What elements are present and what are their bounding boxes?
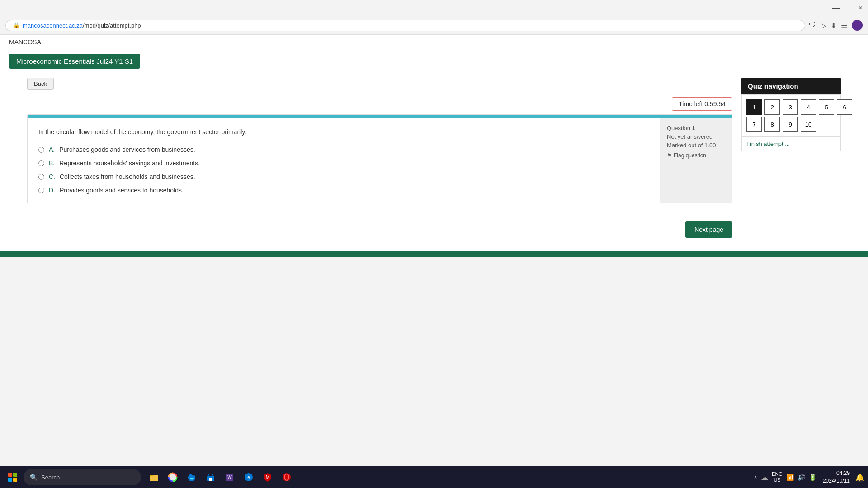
taskbar: 🔍 Search W e M bbox=[0, 466, 868, 488]
window-controls[interactable]: — □ × bbox=[832, 4, 863, 12]
taskbar-paint-icon[interactable] bbox=[164, 468, 182, 486]
windows-logo bbox=[8, 473, 17, 482]
taskbar-app1-icon[interactable]: W bbox=[221, 468, 239, 486]
radio-d[interactable] bbox=[38, 188, 44, 193]
back-button[interactable]: Back bbox=[27, 78, 54, 90]
next-page-button[interactable]: Next page bbox=[685, 221, 732, 238]
flag-icon: ⚑ bbox=[667, 152, 672, 159]
nav-num-7[interactable]: 7 bbox=[746, 117, 762, 132]
nav-num-6[interactable]: 6 bbox=[837, 99, 852, 115]
minimize-button[interactable]: — bbox=[832, 4, 840, 12]
timer-box: Time left 0:59:54 bbox=[672, 97, 732, 111]
maximize-button[interactable]: □ bbox=[847, 4, 851, 12]
taskbar-opera-icon[interactable] bbox=[278, 468, 296, 486]
course-badge[interactable]: Microeconomic Essentials Jul24 Y1 S1 bbox=[9, 54, 140, 69]
taskbar-clock[interactable]: 04:29 2024/10/11 bbox=[823, 469, 850, 485]
taskbar-store-icon[interactable] bbox=[202, 468, 220, 486]
close-button[interactable]: × bbox=[859, 4, 863, 12]
question-status: Not yet answered bbox=[667, 133, 725, 140]
option-c[interactable]: C. Collects taxes from households and bu… bbox=[38, 173, 649, 180]
notification-icon[interactable]: 🔔 bbox=[855, 473, 864, 482]
title-bar: — □ × bbox=[0, 0, 868, 16]
flag-question-link[interactable]: ⚑ Flag question bbox=[667, 152, 725, 159]
browser-icons: 🛡 ▷ ⬇ ☰ bbox=[809, 20, 863, 31]
nav-num-8[interactable]: 8 bbox=[764, 117, 780, 132]
shield-icon[interactable]: 🛡 bbox=[809, 21, 816, 29]
quiz-area: Back Time left 0:59:54 In the circular f… bbox=[27, 78, 732, 238]
start-button[interactable] bbox=[4, 468, 22, 486]
taskbar-security-icon[interactable]: M bbox=[259, 468, 277, 486]
taskbar-right: ∧ ☁ ENGUS 📶 🔊 🔋 04:29 2024/10/11 🔔 bbox=[754, 469, 864, 485]
site-name: MANCOSA bbox=[0, 35, 868, 49]
lang-badge: ENGUS bbox=[772, 471, 783, 483]
option-a[interactable]: A. Purchases goods and services from bus… bbox=[38, 146, 649, 153]
options-list: A. Purchases goods and services from bus… bbox=[38, 146, 649, 194]
radio-a[interactable] bbox=[38, 147, 44, 153]
nav-num-9[interactable]: 9 bbox=[783, 117, 798, 132]
option-b[interactable]: B. Represents households' savings and in… bbox=[38, 160, 649, 167]
question-info-panel: Question 1 Not yet answered Marked out o… bbox=[660, 118, 732, 203]
address-bar[interactable]: 🔒 mancosaconnect.ac.za/mod/quiz/attempt.… bbox=[5, 20, 805, 31]
expand-tray-icon[interactable]: ∧ bbox=[754, 474, 757, 480]
svg-rect-1 bbox=[150, 476, 158, 481]
quiz-navigation-grid: 1 2 3 4 5 6 7 8 9 10 bbox=[741, 94, 841, 137]
search-icon: 🔍 bbox=[30, 474, 38, 481]
question-marks: Marked out of 1.00 bbox=[667, 142, 725, 149]
nav-num-3[interactable]: 3 bbox=[783, 99, 798, 115]
question-top-bar bbox=[28, 115, 732, 118]
quiz-navigation-title: Quiz navigation bbox=[741, 78, 841, 94]
download-icon[interactable]: ⬇ bbox=[830, 21, 836, 30]
nav-num-4[interactable]: 4 bbox=[801, 99, 816, 115]
page-wrapper: MANCOSA Microeconomic Essentials Jul24 Y… bbox=[0, 35, 868, 257]
url-text: mancosaconnect.ac.za/mod/quiz/attempt.ph… bbox=[23, 22, 141, 29]
finish-attempt-link[interactable]: Finish attempt ... bbox=[741, 137, 841, 151]
course-header: Microeconomic Essentials Jul24 Y1 S1 bbox=[0, 49, 868, 73]
option-d[interactable]: D. Provides goods and services to househ… bbox=[38, 187, 649, 194]
quiz-content-row: In the circular flow model of the econom… bbox=[28, 118, 732, 203]
quiz-navigation-sidebar: Quiz navigation 1 2 3 4 5 6 7 8 9 10 Fin… bbox=[741, 78, 841, 238]
taskbar-icons: W e M bbox=[145, 468, 296, 486]
svg-rect-5 bbox=[209, 478, 212, 481]
nav-num-5[interactable]: 5 bbox=[819, 99, 834, 115]
battery-icon[interactable]: 🔋 bbox=[809, 474, 816, 481]
system-tray: ∧ ☁ ENGUS 📶 🔊 🔋 bbox=[754, 471, 816, 483]
nav-num-1[interactable]: 1 bbox=[746, 99, 762, 115]
question-body: In the circular flow model of the econom… bbox=[28, 118, 660, 203]
settings-icon[interactable]: ☰ bbox=[841, 21, 847, 30]
profile-icon[interactable] bbox=[852, 20, 863, 31]
taskbar-edge-icon[interactable] bbox=[183, 468, 201, 486]
forward-icon[interactable]: ▷ bbox=[821, 21, 826, 30]
volume-icon[interactable]: 🔊 bbox=[797, 474, 805, 481]
svg-text:W: W bbox=[227, 475, 232, 480]
bottom-green-bar bbox=[0, 251, 868, 257]
radio-b[interactable] bbox=[38, 160, 44, 166]
taskbar-search-box[interactable]: 🔍 Search bbox=[24, 469, 141, 485]
nav-num-2[interactable]: 2 bbox=[764, 99, 780, 115]
question-text: In the circular flow model of the econom… bbox=[38, 127, 649, 137]
question-box: In the circular flow model of the econom… bbox=[27, 114, 732, 203]
search-text: Search bbox=[41, 474, 60, 481]
svg-text:e: e bbox=[247, 475, 250, 480]
lock-icon: 🔒 bbox=[13, 22, 20, 28]
taskbar-file-explorer-icon[interactable] bbox=[145, 468, 163, 486]
address-bar-row: 🔒 mancosaconnect.ac.za/mod/quiz/attempt.… bbox=[0, 16, 868, 34]
wifi-icon[interactable]: 📶 bbox=[786, 474, 794, 481]
main-area: Back Time left 0:59:54 In the circular f… bbox=[0, 73, 868, 242]
nav-num-10[interactable]: 10 bbox=[801, 117, 816, 132]
cloud-icon[interactable]: ☁ bbox=[761, 473, 768, 482]
radio-c[interactable] bbox=[38, 174, 44, 180]
svg-text:M: M bbox=[266, 475, 269, 480]
taskbar-app2-icon[interactable]: e bbox=[240, 468, 258, 486]
svg-rect-2 bbox=[150, 475, 153, 476]
